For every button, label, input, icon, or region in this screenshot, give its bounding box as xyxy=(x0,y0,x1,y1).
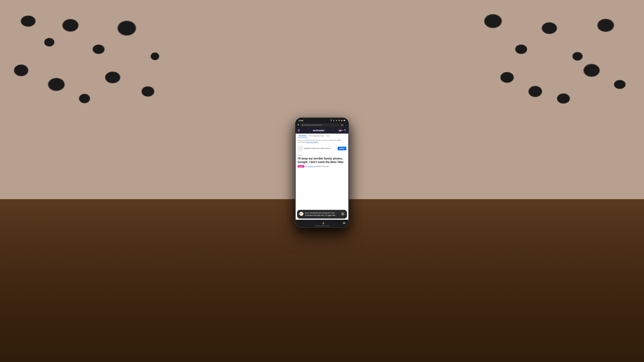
signal-icon xyxy=(341,119,343,121)
svg-rect-1 xyxy=(341,121,341,121)
flag-icon: 🇺🇸 xyxy=(338,129,341,132)
phone-wrapper: 11:08 xyxy=(295,118,349,227)
ad-text: Audiophile Quality Home Audio Systems xyxy=(304,147,336,149)
site-header: ☰ techradarʼ 🇺🇸 ▾ xyxy=(296,127,348,134)
wifi-icon xyxy=(338,119,340,121)
web-content: ☰ techradarʼ 🇺🇸 ▾ xyxy=(296,127,348,220)
url-bar[interactable]: techradar.com/phones/ill-k xyxy=(300,123,339,126)
phone-screen: 11:08 xyxy=(296,118,348,227)
region-selector[interactable]: 🇺🇸 ▾ xyxy=(338,129,343,132)
dot-red xyxy=(300,213,301,214)
opinion-badge: Opinion xyxy=(298,165,304,167)
ad-banner: IMG Audiophile Quality Home Audio System… xyxy=(296,145,348,152)
tab-prime-deal-days[interactable]: Prime Big Deal Days xyxy=(308,134,325,138)
article-title[interactable]: I'll keep my terrible family photos, Goo… xyxy=(298,157,346,164)
keyboard-button[interactable] xyxy=(343,222,346,225)
status-bar: 11:08 xyxy=(296,118,348,123)
dot-green xyxy=(303,213,304,214)
lock-icon xyxy=(302,124,303,126)
nav-tabs: TRENDING Prime Big Deal Days Goo... xyxy=(296,134,348,138)
search-button[interactable] xyxy=(344,129,346,132)
assistant-overlay: Sorry, something went wrong and I can't … xyxy=(297,210,347,219)
bluetooth-icon xyxy=(330,119,332,121)
logo-text: techradar xyxy=(313,129,324,132)
assistant-user-avatar xyxy=(341,212,345,216)
more-menu-button[interactable]: ⋮ xyxy=(345,124,347,126)
affiliate-text: When you purchase through links on our s… xyxy=(298,139,341,143)
camera-dot-icon xyxy=(336,119,338,121)
home-button[interactable] xyxy=(297,124,299,126)
dot-blue xyxy=(298,213,300,214)
browser-bar[interactable]: techradar.com/phones/ill-k 16 ⋮ xyxy=(296,123,348,127)
status-time: 11:08 xyxy=(298,119,303,122)
svg-rect-5 xyxy=(345,120,346,121)
svg-rect-3 xyxy=(342,120,342,121)
header-right: 🇺🇸 ▾ xyxy=(338,129,346,132)
article-byline: By Philip Berne published 3 days ago xyxy=(305,166,328,167)
assistant-icon xyxy=(299,212,303,216)
site-logo: techradarʼ xyxy=(313,129,326,132)
svg-rect-6 xyxy=(344,120,345,121)
assistant-message: Sorry, something went wrong and I can't … xyxy=(305,212,339,217)
tab-trending[interactable]: TRENDING xyxy=(297,134,308,138)
url-text: techradar.com/phones/ill-k xyxy=(304,124,338,126)
author-link[interactable]: Philip Berne xyxy=(307,166,315,167)
svg-point-0 xyxy=(336,120,337,121)
status-icons xyxy=(330,119,346,121)
menu-button[interactable]: ☰ xyxy=(298,129,300,132)
svg-rect-2 xyxy=(342,120,342,121)
dropdown-arrow: ▾ xyxy=(342,129,343,132)
mic-button[interactable] xyxy=(320,221,326,226)
ad-open-button[interactable]: OPEN › xyxy=(338,147,346,150)
music-icon xyxy=(333,119,335,121)
logo-signal-icon: ʼ xyxy=(325,129,326,132)
phone-device: 11:08 xyxy=(295,118,349,227)
home-indicator xyxy=(315,226,329,226)
article-area: Phones I'll keep my terrible family phot… xyxy=(296,152,348,169)
affiliate-link[interactable]: Here's how it works xyxy=(306,141,318,143)
article-meta: Opinion By Philip Berne published 3 days… xyxy=(298,165,346,167)
ad-icon: IMG xyxy=(298,146,303,151)
mic-icon xyxy=(322,222,325,225)
assistant-dots xyxy=(298,213,304,214)
tab-google[interactable]: Goo... xyxy=(325,134,332,138)
dot-yellow xyxy=(302,213,303,214)
tab-count[interactable]: 16 xyxy=(340,124,344,126)
article-category: Phones xyxy=(298,154,346,156)
battery-icon xyxy=(344,119,346,121)
affiliate-notice: When you purchase through links on our s… xyxy=(296,138,348,145)
